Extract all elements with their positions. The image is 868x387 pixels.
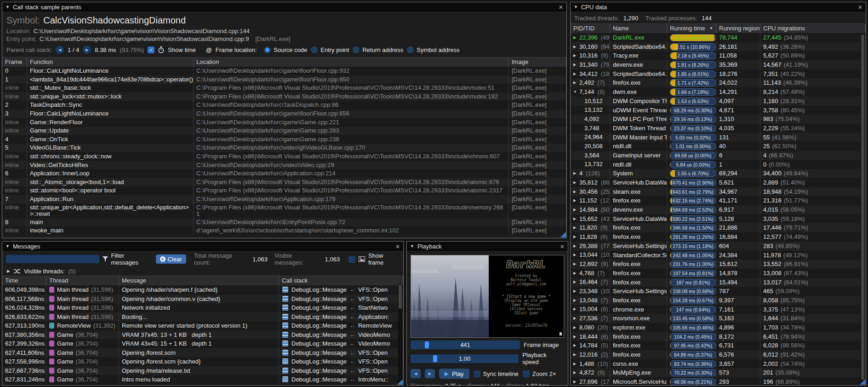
- process-row[interactable]: 3,748DWM Token Thread23.37 ms (0.10%)4,0…: [571, 124, 866, 133]
- expand-row-icon[interactable]: ▶: [573, 43, 577, 51]
- process-row[interactable]: ▼7,144(8)dwm.exe1.66 s (7.18%)14,2918,21…: [571, 87, 866, 97]
- message-row[interactable]: 627,667,736nsGame(36,704)Opening /meta/r…: [2, 366, 403, 375]
- expand-row-icon[interactable]: ▶: [573, 34, 577, 42]
- callstack-row[interactable]: 1<lambda_84a19dc444fae966ca174e83e708bdc…: [2, 75, 566, 84]
- column-callstack[interactable]: Call stack: [279, 276, 403, 285]
- process-row[interactable]: ▶30,160(84)ScriptedSandbox64.exe2.51 s (…: [571, 42, 866, 52]
- clear-button[interactable]: x Clear: [156, 254, 186, 264]
- callstack-list-icon[interactable]: [282, 295, 289, 302]
- collapse-icon[interactable]: ▼: [6, 244, 10, 248]
- callstack-row[interactable]: 2TaskDispatch::SyncC:\Users\wolf\Desktop…: [2, 101, 566, 110]
- expand-row-icon[interactable]: ▶: [573, 251, 577, 259]
- process-row[interactable]: ▶12,692(9)firefox.exe231.76 ms (1.00%)15…: [571, 260, 866, 269]
- sync-timeline-checkbox[interactable]: [474, 370, 480, 377]
- messages-titlebar[interactable]: ▼ Messages ✕: [2, 242, 403, 252]
- message-row[interactable]: 606,117,568nsMain thread(31,596)Opening …: [2, 295, 403, 304]
- process-row[interactable]: ▶16,464(7)firefox.exe187 ms (0.81%)15,49…: [571, 278, 866, 287]
- collapse-icon[interactable]: ▼: [574, 5, 578, 9]
- resize-grip[interactable]: [560, 232, 566, 237]
- column-location[interactable]: Location: [194, 58, 509, 67]
- callstack-cell[interactable]: DebugLog::Message←StartNetwo: [279, 303, 403, 312]
- expand-row-icon[interactable]: ▶: [573, 378, 577, 386]
- expand-row-icon[interactable]: ▶: [573, 360, 577, 368]
- expand-row-icon[interactable]: ▶: [573, 188, 577, 196]
- message-row[interactable]: 627,313,190nsRemoteView(31,392)Remote vi…: [2, 321, 403, 330]
- process-row[interactable]: ▶1,488(10)csrss.exe83.74 ms (0.36%)3,657…: [571, 359, 866, 369]
- zoom-option[interactable]: Zoom 2×: [523, 370, 556, 377]
- expand-row-icon[interactable]: ▶: [573, 314, 577, 323]
- expand-row-icon[interactable]: ▶: [573, 269, 577, 277]
- expand-row-icon[interactable]: ▶: [573, 206, 577, 214]
- cpu-scrollbar[interactable]: [861, 34, 865, 384]
- expand-row-icon[interactable]: ▶: [573, 305, 577, 313]
- expand-row-icon[interactable]: ▶: [573, 296, 577, 305]
- process-row[interactable]: 20,508ntdll.dll1.01 ms (0.00%)4025(62.50…: [571, 142, 866, 151]
- expand-row-icon[interactable]: ▶: [573, 369, 577, 377]
- expand-row-icon[interactable]: ▶: [573, 79, 577, 87]
- callstack-row[interactable]: 6Application::InnerLoopC:\Users\wolf\Des…: [2, 169, 566, 178]
- expand-row-icon[interactable]: ▶: [573, 61, 577, 69]
- process-row[interactable]: ▶30,456(25)steam.exe643.61 ms (2.79%)34,…: [571, 187, 866, 196]
- process-row[interactable]: ▶31,340(75)devenv.exe1.91 s (8.26%)35,36…: [571, 60, 866, 69]
- frame-location-option[interactable]: Entry point: [311, 46, 349, 53]
- expand-row-icon[interactable]: ▶: [573, 333, 577, 341]
- callstack-cell[interactable]: DebugLog::Message←VFS::Open: [279, 366, 403, 375]
- callstack-row[interactable]: inlinestd::unique_ptr<Application,std::d…: [2, 204, 566, 218]
- column-message[interactable]: Message: [119, 276, 279, 285]
- process-row[interactable]: ▶14,984(50)devenv.exe584.69 ms (2.53%)6,…: [571, 205, 866, 214]
- play-button[interactable]: ▶ Play: [439, 369, 469, 379]
- callstack-row[interactable]: 4Game::OnTickC:\Users\wolf\Desktop\darkr…: [2, 135, 566, 144]
- column-image[interactable]: Image: [509, 58, 566, 67]
- expand-row-icon[interactable]: ▶: [573, 52, 577, 60]
- expand-row-icon[interactable]: ▶: [573, 323, 577, 332]
- callstack-cell[interactable]: DebugLog::Message←VFS::Open: [279, 285, 403, 295]
- expand-row-icon[interactable]: ▶: [573, 287, 577, 295]
- resize-grip[interactable]: [397, 379, 403, 385]
- close-icon[interactable]: ✕: [559, 4, 563, 11]
- expand-row-icon[interactable]: ▶: [573, 242, 577, 250]
- show-time-checkbox[interactable]: ✓: [148, 46, 154, 53]
- step-forward-button[interactable]: ▶: [425, 369, 435, 378]
- frame-location-option[interactable]: Symbol address: [407, 46, 459, 53]
- column-cpu-migrations[interactable]: CPU migrations: [760, 24, 866, 33]
- process-row[interactable]: 10,512DWM Compositor Thread1.53 s (6.63%…: [571, 97, 866, 106]
- callstack-cell[interactable]: DebugLog::Message←VFS::Open: [279, 357, 403, 366]
- expand-row-icon[interactable]: ▶: [573, 179, 577, 187]
- frame-location-option[interactable]: Source code: [264, 46, 307, 53]
- callstack-row[interactable]: 0Floor::CalcLightNoLuminanceC:\Users\wol…: [2, 67, 566, 75]
- process-row[interactable]: ▶18,444(6)firefox.exe104.2 ms (0.45%)8,1…: [571, 332, 866, 341]
- scrollbar-handle[interactable]: [399, 285, 402, 309]
- frame-image-slider[interactable]: 441: [411, 341, 520, 349]
- callstack-row[interactable]: inlinestd::chrono::steady_clock::nowC:\P…: [2, 152, 566, 161]
- process-row[interactable]: ▶4,872(9)MsMpEng.exe70.22 ms (0.30%)5732…: [571, 368, 866, 377]
- process-row[interactable]: 4,092DWM LPC Port Thread29.16 ms (0.13%)…: [571, 115, 866, 124]
- process-row[interactable]: ▶11,828(6)firefox.exe291.26 ms (1.26%)16…: [571, 232, 866, 242]
- close-icon[interactable]: ✕: [395, 243, 400, 250]
- process-row[interactable]: ▶15,652(43)ServiceHub.DataWarehouseHost.…: [571, 214, 866, 224]
- callstack-list-icon[interactable]: [282, 367, 289, 374]
- message-row[interactable]: 606,049,398nsMain thread(31,596)Opening …: [2, 285, 403, 295]
- callstack-row[interactable]: inlineGame::UpdateC:\Users\wolf\Desktop\…: [2, 127, 566, 135]
- process-row[interactable]: ▶12,016(2)firefox.exe84.89 ms (0.37%)6,5…: [571, 350, 866, 359]
- process-row[interactable]: ▶11,152(12)firefox.exe632.15 ms (2.74%)4…: [571, 196, 866, 205]
- expand-row-icon[interactable]: ▶: [573, 351, 577, 359]
- callstack-cell[interactable]: DebugLog::Message←Application:: [279, 312, 403, 322]
- process-row[interactable]: ▶4,768(7)firefox.exe187.54 ms (0.81%)14,…: [571, 269, 866, 278]
- next-stack-button[interactable]: ▶: [83, 46, 91, 54]
- sync-timeline-option[interactable]: Sync timeline: [474, 370, 519, 377]
- process-row[interactable]: ▶13,044(10)StandardCollector.Service.exe…: [571, 251, 866, 260]
- expand-row-icon[interactable]: ▶: [573, 196, 577, 205]
- callstack-list-icon[interactable]: [282, 304, 289, 311]
- callstack-list-icon[interactable]: [282, 349, 289, 356]
- column-pid-tid[interactable]: PID/TID: [571, 24, 610, 33]
- prev-stack-button[interactable]: ◀: [56, 46, 64, 54]
- close-icon[interactable]: ✕: [560, 243, 565, 250]
- scrollbar-handle[interactable]: [861, 35, 864, 380]
- message-row[interactable]: 627,399,326nsGame(36,704)VRAM 43x45: 15 …: [2, 339, 403, 348]
- column-time[interactable]: Time: [2, 276, 46, 285]
- callstack-cell[interactable]: DebugLog::Message←VFS::Open: [279, 348, 403, 358]
- column-running-regions[interactable]: Running regions: [716, 24, 760, 33]
- process-row[interactable]: ▶4(126)System1.55 s (6.70%)69,29434,400(…: [571, 169, 866, 178]
- process-row[interactable]: 24,964DWM Master Input Thread5.03 ms (0.…: [571, 133, 866, 142]
- message-row[interactable]: 627,411,606nsGame(36,704)Opening /forest…: [2, 348, 403, 358]
